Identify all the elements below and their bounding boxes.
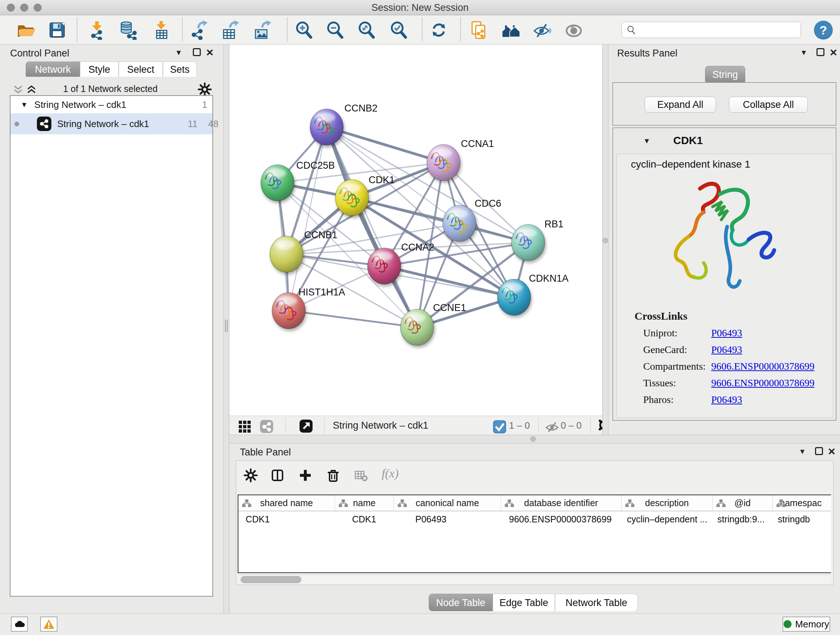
network-options-gear-icon[interactable]	[197, 82, 210, 95]
panel-float-icon[interactable]	[816, 48, 824, 56]
network-node-rb1[interactable]	[512, 225, 545, 261]
search-input[interactable]	[636, 24, 796, 36]
expand-all-button[interactable]: Expand All	[645, 97, 716, 112]
add-column-icon[interactable]	[298, 468, 313, 483]
table-row[interactable]: CDK1CDK1P064939606.ENSP00000378699cyclin…	[238, 511, 831, 527]
column-header-name[interactable]: name	[335, 495, 393, 511]
table-cell[interactable]: stringdb	[772, 511, 829, 527]
import-network-from-database-icon[interactable]	[118, 20, 138, 40]
open-session-icon[interactable]	[16, 20, 36, 40]
grid-view-icon[interactable]	[237, 419, 250, 432]
panel-divider-vertical[interactable]	[223, 44, 229, 614]
export-image-icon[interactable]	[252, 20, 272, 40]
crosslink-link-pharos[interactable]: P06493	[711, 394, 742, 405]
network-canvas[interactable]: CCNB2CCNA1CDC25BCDK1CDC6RB1CCNB1CCNA2CDK…	[229, 44, 602, 416]
crosslink-link-uniprot[interactable]: P06493	[711, 327, 742, 339]
divider-grip[interactable]	[531, 436, 536, 442]
string-document-share-icon[interactable]	[469, 20, 488, 40]
tab-select[interactable]: Select	[118, 62, 163, 77]
crosslink-link-tissues[interactable]: 9606.ENSP00000378699	[711, 377, 814, 388]
table-cell[interactable]: 9606.ENSP00000378699	[501, 511, 621, 527]
panel-close-icon[interactable]: ×	[830, 48, 837, 57]
tab-network-table[interactable]: Network Table	[555, 594, 638, 611]
network-edge[interactable]	[289, 127, 327, 310]
tab-style[interactable]: Style	[80, 62, 118, 77]
tab-string[interactable]: String	[705, 66, 745, 82]
collapse-all-chevron-icon[interactable]	[12, 84, 24, 97]
table-cell[interactable]: cyclin–dependent ...	[621, 511, 712, 527]
panel-divider-horizontal[interactable]	[229, 435, 840, 443]
network-node-ccna2[interactable]	[368, 248, 401, 284]
network-node-ccna1[interactable]	[427, 144, 460, 181]
table-cell[interactable]: CDK1	[238, 511, 335, 527]
panel-close-icon[interactable]: ×	[828, 447, 835, 456]
network-node-cdkn1a[interactable]	[497, 279, 531, 315]
panel-float-icon[interactable]	[815, 447, 823, 455]
tab-edge-table[interactable]: Edge Table	[493, 594, 555, 611]
column-header-namespac[interactable]: namespac	[772, 495, 829, 511]
hide-selected-eye-slash-icon[interactable]	[532, 20, 552, 40]
panel-divider-vertical[interactable]	[602, 44, 608, 435]
cloud-button[interactable]	[11, 616, 28, 632]
selected-checkbox-icon[interactable]	[493, 420, 505, 432]
zoom-fit-icon[interactable]	[357, 20, 376, 40]
section-collapse-icon[interactable]: ▼	[643, 137, 651, 145]
divider-grip[interactable]	[225, 320, 227, 332]
panel-dropdown-icon[interactable]: ▼	[175, 49, 182, 57]
export-table-icon[interactable]	[220, 20, 240, 40]
show-eye-icon[interactable]	[564, 20, 584, 40]
export-network-icon[interactable]	[189, 20, 208, 40]
panel-float-icon[interactable]	[193, 48, 201, 56]
panel-close-icon[interactable]: ×	[206, 48, 213, 57]
table-cell[interactable]: stringdb:9...	[712, 511, 772, 527]
delete-column-trash-icon[interactable]	[326, 468, 340, 483]
table-cell[interactable]: CDK1	[335, 511, 393, 527]
zoom-selected-icon[interactable]	[389, 20, 409, 40]
save-session-icon[interactable]	[47, 20, 67, 40]
network-node-ccne1[interactable]	[401, 309, 434, 345]
panel-dropdown-icon[interactable]: ▼	[800, 49, 807, 57]
memory-button[interactable]: Memory	[783, 616, 830, 632]
network-node-cdc25b[interactable]	[261, 165, 294, 201]
tab-node-table[interactable]: Node Table	[429, 594, 493, 611]
network-node-cdk1[interactable]	[335, 180, 369, 216]
column-header-shared-name[interactable]: shared name	[238, 495, 335, 511]
network-row-selected[interactable]: String Network – cdk1 11 48	[11, 113, 212, 134]
network-edge[interactable]	[327, 127, 444, 163]
warning-button[interactable]	[40, 616, 57, 632]
import-network-icon[interactable]	[87, 20, 107, 40]
zoom-in-icon[interactable]	[294, 20, 314, 40]
column-header-database-identifier[interactable]: database identifier	[501, 495, 621, 511]
show-columns-icon[interactable]	[270, 468, 285, 483]
table-options-gear-icon[interactable]	[243, 468, 258, 483]
function-builder-icon[interactable]: f(x)	[382, 467, 399, 480]
zoom-out-icon[interactable]	[325, 20, 345, 40]
panel-dropdown-icon[interactable]: ▼	[799, 448, 806, 456]
search-box[interactable]	[622, 22, 801, 38]
hidden-eye-slash-icon[interactable]	[545, 420, 557, 432]
column-header--id[interactable]: @id	[712, 495, 772, 511]
network-collection-row[interactable]: ▼ String Network – cdk1 1	[11, 96, 212, 113]
collapse-all-button[interactable]: Collapse All	[729, 97, 808, 112]
crosslink-link-compartments[interactable]: 9606.ENSP00000378699	[711, 361, 814, 372]
network-node-ccnb2[interactable]	[310, 109, 343, 145]
delete-table-icon[interactable]	[354, 468, 368, 483]
network-node-cdc6[interactable]	[443, 205, 476, 241]
refresh-layout-icon[interactable]	[429, 20, 448, 40]
network-node-ccnb1[interactable]	[270, 236, 303, 272]
expand-all-chevron-icon[interactable]	[25, 84, 38, 97]
divider-grip[interactable]	[603, 238, 608, 243]
table-horizontal-scrollbar[interactable]	[238, 575, 831, 584]
import-table-icon[interactable]	[152, 20, 171, 40]
tab-sets[interactable]: Sets	[163, 62, 197, 77]
table-cell[interactable]: P06493	[393, 511, 501, 527]
network-edge[interactable]	[289, 310, 417, 327]
network-share-toggle-icon[interactable]	[259, 419, 272, 432]
external-link-icon[interactable]	[299, 419, 313, 432]
network-node-hist1h1a[interactable]	[272, 293, 305, 329]
neighborhood-houses-icon[interactable]	[501, 20, 521, 40]
help-icon[interactable]: ?	[814, 21, 833, 40]
tree-expander-icon[interactable]: ▼	[21, 101, 28, 109]
tab-network[interactable]: Network	[26, 62, 80, 77]
column-header-description[interactable]: description	[621, 495, 712, 511]
